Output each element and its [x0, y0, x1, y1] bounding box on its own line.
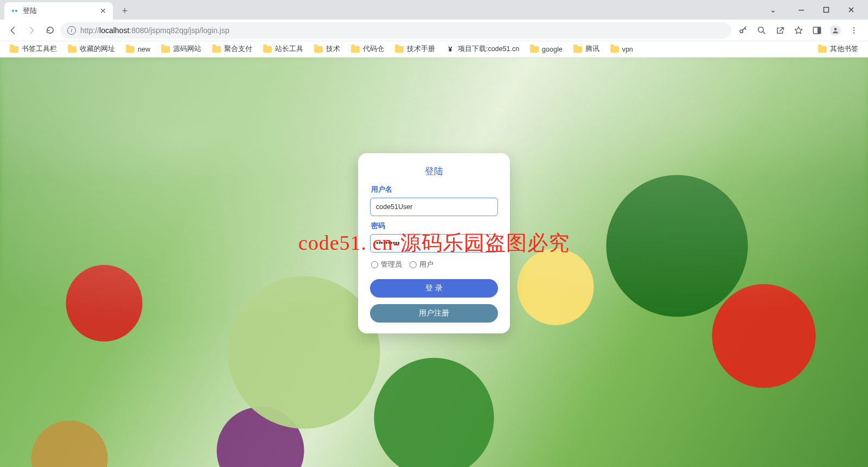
- folder-icon: [818, 46, 827, 53]
- svg-rect-5: [818, 27, 821, 34]
- folder-icon: [530, 46, 539, 53]
- bookmark-label: 聚合支付: [224, 45, 252, 54]
- login-button[interactable]: 登 录: [370, 279, 498, 298]
- bookmark-item[interactable]: ¥项目下载:code51.cn: [442, 43, 524, 55]
- password-key-icon[interactable]: [738, 25, 749, 36]
- folder-icon: [161, 46, 170, 53]
- tabs-dropdown-icon[interactable]: ⌄: [761, 0, 786, 20]
- radio-user[interactable]: 用户: [410, 260, 433, 269]
- radio-admin-label: 管理员: [381, 260, 402, 269]
- bookmark-item[interactable]: 腾讯: [569, 43, 604, 55]
- folder-icon: [212, 46, 221, 53]
- bookmark-overflow[interactable]: 其他书签: [814, 43, 863, 55]
- svg-point-8: [853, 29, 854, 30]
- bookmark-star-icon[interactable]: [793, 25, 804, 36]
- bookmark-label: 技术手册: [407, 45, 435, 54]
- bookmark-item[interactable]: new: [122, 44, 155, 55]
- bookmark-item[interactable]: 代码仓: [347, 43, 388, 55]
- browser-tab[interactable]: 登陆 ✕: [4, 2, 113, 20]
- svg-rect-1: [824, 8, 829, 12]
- window-minimize-icon[interactable]: [789, 0, 814, 20]
- site-info-icon[interactable]: i: [67, 26, 76, 35]
- tab-strip: 登陆 ✕ + ⌄: [0, 0, 868, 20]
- window-close-icon[interactable]: [839, 0, 864, 20]
- window-maximize-icon[interactable]: [814, 0, 839, 20]
- bookmarks-bar: 书签工具栏 收藏的网址 new 源码网站 聚合支付 站长工具 技术 代码仓 技术…: [0, 41, 868, 58]
- url-text: http://localhost:8080/jspmq82qg/jsp/logi…: [80, 26, 229, 35]
- bookmark-item[interactable]: 书签工具栏: [5, 43, 61, 55]
- bookmark-label: vpn: [622, 46, 633, 53]
- bookmark-label: 其他书签: [830, 45, 858, 54]
- bookmark-item[interactable]: 收藏的网址: [63, 43, 119, 55]
- bookmark-label: 项目下载:code51.cn: [458, 45, 519, 54]
- login-title: 登陆: [370, 165, 498, 178]
- nav-back-button[interactable]: [5, 23, 21, 38]
- bookmark-item[interactable]: vpn: [606, 44, 637, 55]
- folder-icon: [351, 46, 360, 53]
- folder-icon: [395, 46, 404, 53]
- radio-user-input[interactable]: [410, 261, 417, 268]
- password-label: 密码: [371, 222, 497, 231]
- svg-point-7: [853, 27, 854, 28]
- bookmark-label: 技术: [326, 45, 340, 54]
- page-content: 登陆 用户名 密码 管理员 用户 登 录 用户注册 code51. cn-源码乐…: [0, 58, 868, 467]
- bookmark-label: google: [542, 46, 563, 53]
- folder-icon: [573, 46, 582, 53]
- bookmark-item[interactable]: 站长工具: [259, 43, 308, 55]
- radio-admin-input[interactable]: [371, 261, 378, 268]
- folder-icon: [10, 46, 18, 53]
- address-bar[interactable]: i http://localhost:8080/jspmq82qg/jsp/lo…: [61, 22, 731, 39]
- new-tab-button[interactable]: +: [117, 3, 132, 18]
- zoom-icon[interactable]: [756, 25, 767, 36]
- bookmark-label: 站长工具: [275, 45, 303, 54]
- bookmark-label: 收藏的网址: [80, 45, 115, 54]
- side-panel-icon[interactable]: [812, 25, 822, 36]
- radio-user-label: 用户: [419, 260, 433, 269]
- username-input[interactable]: [370, 198, 498, 216]
- bookmark-label: 代码仓: [363, 45, 384, 54]
- bookmark-item[interactable]: 源码网站: [157, 43, 206, 55]
- bookmark-label: 源码网站: [173, 45, 201, 54]
- browser-toolbar: i http://localhost:8080/jspmq82qg/jsp/lo…: [0, 20, 868, 41]
- bookmark-item[interactable]: 技术: [310, 43, 344, 55]
- folder-icon: [610, 46, 619, 53]
- login-card: 登陆 用户名 密码 管理员 用户 登 录 用户注册: [358, 153, 510, 333]
- bookmark-label: 书签工具栏: [22, 45, 57, 54]
- folder-icon: [263, 46, 272, 53]
- register-button[interactable]: 用户注册: [370, 304, 498, 323]
- nav-forward-button[interactable]: [24, 23, 39, 38]
- bookmark-label: new: [138, 46, 150, 53]
- role-radio-group: 管理员 用户: [371, 260, 497, 269]
- password-input[interactable]: [370, 234, 498, 253]
- chrome-menu-icon[interactable]: [848, 25, 859, 36]
- tab-title: 登陆: [23, 7, 95, 16]
- window-controls: ⌄: [761, 0, 864, 20]
- browser-chrome: 登陆 ✕ + ⌄ i ht: [0, 0, 868, 58]
- username-label: 用户名: [371, 185, 497, 194]
- svg-point-9: [853, 32, 854, 33]
- folder-icon: [126, 46, 135, 53]
- bookmark-label: 腾讯: [585, 45, 599, 54]
- bookmark-item[interactable]: 技术手册: [391, 43, 439, 55]
- bookmark-item[interactable]: google: [526, 44, 567, 55]
- site-icon: ¥: [446, 45, 455, 54]
- svg-rect-0: [799, 10, 804, 10]
- folder-icon: [68, 46, 76, 53]
- tab-close-icon[interactable]: ✕: [100, 7, 106, 15]
- toolbar-right-icons: [735, 25, 863, 36]
- svg-point-6: [834, 28, 837, 30]
- nav-reload-button[interactable]: [42, 23, 58, 38]
- share-icon[interactable]: [775, 25, 786, 36]
- radio-admin[interactable]: 管理员: [371, 260, 402, 269]
- tab-favicon: [11, 7, 18, 15]
- bookmark-item[interactable]: 聚合支付: [208, 43, 257, 55]
- folder-icon: [314, 46, 323, 53]
- profile-avatar-icon[interactable]: [830, 25, 841, 36]
